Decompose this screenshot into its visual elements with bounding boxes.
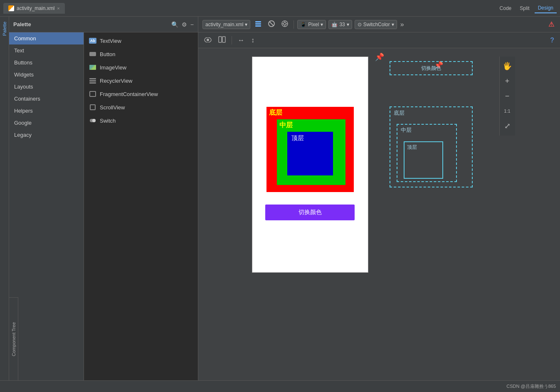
- layer-top: 顶层: [287, 132, 333, 175]
- palette-item-switch[interactable]: Switch: [84, 114, 198, 127]
- device-name: Pixel: [308, 22, 319, 27]
- phone-layers: 底层 中层 顶层: [266, 107, 354, 196]
- bp-top-label: 顶层: [407, 144, 417, 151]
- theme-name: SwitchColor: [363, 22, 390, 27]
- bp-button: 切换颜色: [390, 61, 473, 75]
- target-button[interactable]: [279, 19, 290, 30]
- theme-dropdown[interactable]: ⊙ SwitchColor ▾: [355, 20, 397, 29]
- zoom-in-button[interactable]: +: [501, 75, 513, 87]
- svg-point-6: [284, 22, 286, 25]
- layer-top-label: 顶层: [291, 134, 304, 142]
- bottom-bar: CSDN @吕庙雜拴う865: [0, 380, 560, 392]
- hand-icon: 🖐: [503, 62, 512, 71]
- palette-item-scrollview[interactable]: ScrollView: [84, 101, 198, 114]
- palette-settings-button[interactable]: ⚙: [182, 21, 187, 28]
- textview-icon: Ab: [89, 37, 96, 44]
- palette-minimize-button[interactable]: −: [190, 21, 194, 28]
- minus-icon: −: [505, 92, 510, 101]
- fragmentcontainerview-label: FragmentContainerView: [100, 91, 158, 97]
- filename-dropdown[interactable]: activity_main.xml ▾: [202, 20, 250, 29]
- more-options-button[interactable]: »: [400, 20, 405, 29]
- category-layouts[interactable]: Layouts: [9, 81, 84, 93]
- switch-color-button[interactable]: 切换颜色: [265, 205, 355, 220]
- bp-layer-bottom: 底层 中层 顶层: [390, 106, 473, 187]
- phone-frame: 底层 中层 顶层: [252, 57, 368, 273]
- device-dropdown[interactable]: 📱 Pixel ▾: [297, 20, 326, 29]
- palette-item-textview[interactable]: Ab TextView: [84, 34, 198, 47]
- palette-sidebar-label[interactable]: Palette: [1, 18, 8, 39]
- svg-rect-13: [219, 37, 222, 42]
- fragment-icon: [89, 90, 96, 98]
- tab-filename: activity_main.xml: [17, 5, 54, 11]
- canvas-pin-top: 📌: [375, 52, 384, 62]
- bp-layer-top: 顶层: [404, 141, 443, 179]
- expand-v-button[interactable]: ↕: [249, 36, 256, 45]
- error-icon: ⚠: [548, 21, 554, 28]
- category-common[interactable]: Common: [9, 32, 84, 44]
- ratio-icon: 1:1: [504, 108, 510, 113]
- resize-icon: ⤢: [504, 121, 511, 131]
- arrow-h-icon: ↔: [238, 37, 244, 44]
- category-buttons[interactable]: Buttons: [9, 57, 84, 69]
- textview-label: TextView: [100, 38, 121, 44]
- svg-rect-14: [222, 37, 225, 42]
- imageview-icon: [89, 64, 96, 71]
- recyclerview-icon: [89, 77, 96, 84]
- palette-item-button[interactable]: Button: [84, 47, 198, 61]
- palette-item-fragmentcontainerview[interactable]: FragmentContainerView: [84, 87, 198, 101]
- category-widgets[interactable]: Widgets: [9, 69, 84, 81]
- palette-search-button[interactable]: 🔍: [171, 21, 178, 28]
- design-content: 📌 底层 中层: [198, 48, 560, 380]
- credit-text: CSDN @吕庙雜拴う865: [506, 383, 556, 390]
- code-button[interactable]: Code: [496, 4, 515, 13]
- svg-line-4: [269, 22, 274, 26]
- scrollview-label: ScrollView: [100, 104, 125, 111]
- button-label: Button: [100, 51, 116, 57]
- palette-content: Common Text Buttons Widgets Layouts Cont…: [9, 32, 198, 380]
- category-legacy[interactable]: Legacy: [9, 129, 84, 141]
- palette-item-imageview[interactable]: ImageView: [84, 61, 198, 74]
- hand-tool-button[interactable]: 🖐: [501, 60, 513, 72]
- palette-header-icons: 🔍 ⚙ −: [171, 21, 194, 28]
- device-icon: 📱: [300, 22, 306, 27]
- forbidden-button[interactable]: [266, 19, 277, 30]
- dual-view-button[interactable]: [217, 35, 227, 45]
- layer-middle-label: 中层: [279, 121, 293, 130]
- help-button[interactable]: ?: [548, 36, 556, 45]
- component-tree-label[interactable]: Component Tree: [10, 319, 17, 360]
- palette-title: Palette: [13, 21, 31, 27]
- layer-middle: 中层 顶层: [277, 119, 345, 185]
- recyclerview-label: RecyclerView: [100, 78, 133, 84]
- category-containers[interactable]: Containers: [9, 93, 84, 105]
- fit-screen-button[interactable]: ⤢: [501, 120, 513, 132]
- design-button[interactable]: Design: [535, 3, 557, 13]
- expand-h-button[interactable]: ↔: [236, 36, 246, 45]
- ratio-button[interactable]: 1:1: [501, 105, 513, 117]
- eye-button[interactable]: [202, 36, 213, 45]
- category-text[interactable]: Text: [9, 44, 84, 57]
- layers-button[interactable]: [253, 19, 264, 30]
- error-button[interactable]: ⚠: [547, 20, 556, 29]
- category-helpers[interactable]: Helpers: [9, 105, 84, 117]
- design-top-toolbar: activity_main.xml ▾ 📱 Pixel ▾ 🤖 33 ▾: [198, 17, 560, 32]
- palette-panel: Palette 🔍 ⚙ − Common Text Buttons Widget…: [9, 17, 198, 380]
- file-tab[interactable]: activity_main.xml ×: [3, 3, 65, 14]
- svg-rect-0: [255, 21, 261, 22]
- right-toolbar: 🖐 + − 1:1 ⤢: [499, 57, 515, 136]
- category-google[interactable]: Google: [9, 117, 84, 129]
- layer-bottom-label: 底层: [269, 108, 282, 117]
- toolbar-filename: activity_main.xml: [205, 22, 243, 27]
- zoom-out-button[interactable]: −: [501, 90, 513, 102]
- tab-close-button[interactable]: ×: [57, 6, 59, 11]
- theme-icon: ⊙: [358, 22, 362, 27]
- palette-item-recyclerview[interactable]: RecyclerView: [84, 74, 198, 87]
- svg-rect-1: [255, 23, 261, 25]
- palette-header: Palette 🔍 ⚙ −: [9, 17, 198, 32]
- bp-middle-label: 中层: [401, 126, 412, 134]
- canvas-area[interactable]: 📌 底层 中层: [198, 48, 560, 380]
- api-dropdown[interactable]: 🤖 33 ▾: [328, 20, 352, 29]
- file-icon: [8, 5, 14, 11]
- filename-chevron: ▾: [245, 22, 247, 27]
- arrow-v-icon: ↕: [251, 37, 254, 44]
- split-button[interactable]: Split: [516, 4, 533, 13]
